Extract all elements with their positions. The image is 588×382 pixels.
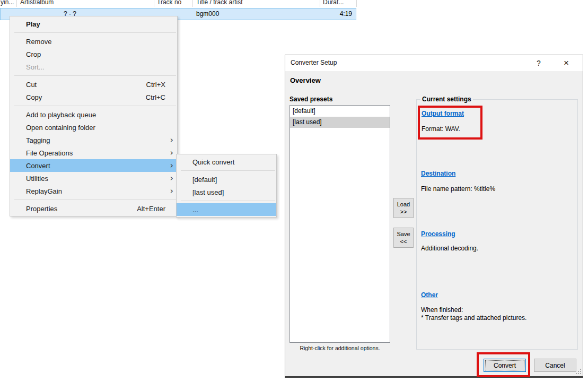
close-icon: × [564,58,569,68]
processing-description: Additional decoding. [421,245,478,252]
dialog-titlebar: Converter Setup ? × [285,55,583,71]
destination-description: File name pattern: %title% [421,185,495,193]
submenu-arrow-icon: › [170,135,173,145]
help-button[interactable]: ? [530,55,548,71]
header-divider [356,0,357,7]
cancel-button[interactable]: Cancel [534,359,576,372]
menu-item-label: Crop [26,50,41,58]
menu-item-label: Copy [26,93,42,101]
column-header-playing[interactable]: yin... [1,0,14,6]
output-format-description: Format: WAV. [422,125,460,133]
destination-link[interactable]: Destination [421,170,455,177]
menu-item-copy[interactable]: Copy Ctrl+C [10,91,177,103]
preset-item-last-used[interactable]: [last used] [290,117,390,128]
menu-item-open-containing-folder[interactable]: Open containing folder [10,121,177,134]
other-description-line1: When finished: [421,306,463,314]
menu-item-remove[interactable]: Remove [10,35,177,48]
current-settings-label: Current settings [420,96,473,103]
menu-item-label: Add to playback queue [26,111,96,119]
menu-item-replaygain[interactable]: ReplayGain › [10,185,177,197]
processing-link[interactable]: Processing [421,230,455,238]
menu-shortcut: Ctrl+X [146,81,165,89]
menu-item-label: Remove [26,38,51,46]
menu-item-label: ... [192,206,198,214]
save-button-label: Save [394,230,413,238]
presets-listbox[interactable]: [default] [last used] [289,105,390,343]
menu-item-tagging[interactable]: Tagging › [10,134,177,146]
saved-presets-label: Saved presets [289,96,332,103]
menu-separator [14,32,176,33]
cell-title-track: bgm000 [196,10,219,18]
menu-separator [14,75,176,76]
menu-item-add-to-playback-queue[interactable]: Add to playback queue [10,108,177,121]
submenu-item-last-used[interactable]: [last used] [177,186,276,198]
overview-heading: Overview [290,76,321,84]
submenu-item-quick-convert[interactable]: Quick convert [177,155,276,168]
column-header-artist-album[interactable]: Artist/album [20,0,54,6]
menu-shortcut: Alt+Enter [137,205,165,213]
other-link[interactable]: Other [421,291,438,299]
menu-item-cut[interactable]: Cut Ctrl+X [10,78,177,91]
submenu-arrow-icon: › [170,160,173,170]
help-icon: ? [537,59,541,67]
context-menu: Play Remove Crop Sort... Cut Ctrl+X Copy… [10,16,178,216]
menu-shortcut: Ctrl+C [146,93,165,101]
column-header-title[interactable]: Title / track artist [196,0,243,6]
menu-item-label: File Operations [26,149,73,157]
menu-item-sort: Sort... [10,60,177,73]
menu-item-properties[interactable]: Properties Alt+Enter [10,202,177,215]
convert-submenu: Quick convert [default] [last used] ... [176,154,277,218]
menu-item-label: Convert [26,162,50,170]
menu-item-label: [default] [192,176,217,184]
dialog-title: Converter Setup [291,59,337,66]
output-format-link[interactable]: Output format [422,110,464,117]
menu-separator [181,201,275,201]
menu-item-label: Play [26,20,40,28]
column-header-track-no[interactable]: Track no [157,0,181,6]
menu-item-crop[interactable]: Crop [10,48,177,60]
header-divider [154,0,154,7]
header-divider [320,0,320,7]
menu-item-label: Properties [26,205,57,213]
menu-item-convert[interactable]: Convert › [10,159,177,172]
save-button[interactable]: Save << [393,228,414,248]
submenu-item-default[interactable]: [default] [177,173,276,186]
foobar2000-screen: yin... Artist/album Track no Title / tra… [0,0,588,382]
menu-item-label: ReplayGain [26,187,62,195]
column-header-duration[interactable]: Durat... [323,0,344,6]
menu-separator [14,106,176,106]
menu-item-label: Open containing folder [26,124,95,132]
header-divider [192,0,193,7]
menu-item-label: Quick convert [192,158,234,166]
submenu-arrow-icon: › [170,186,173,196]
header-divider [16,0,17,7]
other-description-line2: * Transfer tags and attached pictures. [421,314,526,322]
cell-duration: 4:19 [340,10,352,18]
converter-setup-dialog: Converter Setup ? × Overview Saved prese… [285,55,583,378]
preset-item-default[interactable]: [default] [290,106,390,117]
close-button[interactable]: × [557,55,575,71]
load-button-label: Load [394,201,413,208]
current-settings-groupbox: Current settings Output format Format: W… [416,99,578,350]
load-button[interactable]: Load >> [393,198,414,218]
playlist-header: yin... Artist/album Track no Title / tra… [0,0,361,7]
menu-item-play[interactable]: Play [10,18,177,30]
presets-hint: Right-click for additional options. [289,345,390,351]
menu-item-utilities[interactable]: Utilities › [10,172,177,185]
menu-item-label: Cut [26,81,37,89]
menu-separator [181,170,275,171]
menu-item-label: Tagging [26,136,50,144]
resize-grip[interactable] [576,369,582,375]
save-button-arrows: << [394,238,413,245]
menu-item-label: [last used] [192,188,224,196]
menu-item-label: Utilities [26,175,48,183]
submenu-arrow-icon: › [170,173,173,183]
menu-separator [14,199,176,200]
convert-button[interactable]: Convert [484,359,526,372]
submenu-item-more[interactable]: ... [177,203,276,216]
menu-item-file-operations[interactable]: File Operations › [10,146,177,159]
submenu-arrow-icon: › [170,147,173,158]
load-button-arrows: >> [394,208,413,215]
menu-item-label: Sort... [26,63,45,71]
